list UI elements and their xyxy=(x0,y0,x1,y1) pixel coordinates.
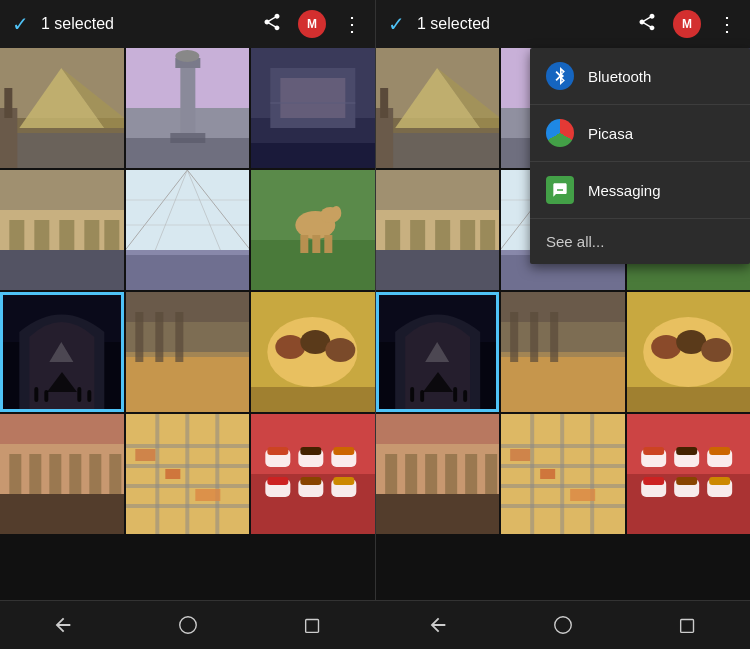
recents-button-left[interactable] xyxy=(283,605,343,645)
svg-rect-194 xyxy=(643,447,664,455)
selected-count-right: 1 selected xyxy=(417,15,629,33)
bluetooth-icon xyxy=(546,62,574,90)
svg-rect-72 xyxy=(69,454,81,494)
home-button-left[interactable] xyxy=(158,605,218,645)
picasa-menu-item[interactable]: Picasa xyxy=(530,105,750,161)
see-all-item[interactable]: See all... xyxy=(530,219,750,264)
share-icon-right[interactable] xyxy=(637,12,657,37)
share-icon-left[interactable] xyxy=(262,12,282,37)
top-bar-left: ✓ 1 selected M ⋮ xyxy=(0,0,375,48)
svg-rect-92 xyxy=(301,447,322,455)
svg-rect-198 xyxy=(709,447,730,455)
photo-cell[interactable] xyxy=(251,170,375,290)
svg-rect-178 xyxy=(485,454,497,494)
svg-rect-200 xyxy=(643,477,664,485)
svg-rect-58 xyxy=(155,312,163,362)
svg-rect-19 xyxy=(251,143,375,168)
svg-rect-179 xyxy=(376,494,499,534)
svg-rect-75 xyxy=(0,494,124,534)
photo-cell[interactable] xyxy=(501,414,624,534)
more-icon-right[interactable]: ⋮ xyxy=(717,12,738,36)
photo-cell[interactable] xyxy=(376,170,499,290)
svg-rect-132 xyxy=(376,250,499,290)
photo-cell[interactable] xyxy=(251,414,375,534)
svg-point-168 xyxy=(701,338,731,362)
svg-rect-153 xyxy=(410,387,414,402)
photo-cell[interactable] xyxy=(376,414,499,534)
svg-rect-4 xyxy=(0,133,124,168)
svg-point-11 xyxy=(175,50,199,62)
svg-rect-26 xyxy=(84,220,99,250)
back-button-left[interactable] xyxy=(33,605,93,645)
recents-button-right[interactable] xyxy=(658,605,718,645)
svg-rect-13 xyxy=(126,138,250,168)
messaging-label: Messaging xyxy=(588,182,661,199)
photo-cell[interactable] xyxy=(126,414,250,534)
photo-cell-selected[interactable] xyxy=(376,292,499,412)
svg-rect-163 xyxy=(550,312,558,362)
gmail-icon-right[interactable]: M xyxy=(673,10,701,38)
svg-rect-127 xyxy=(385,220,400,250)
svg-rect-94 xyxy=(334,447,355,455)
messaging-menu-item[interactable]: Messaging xyxy=(530,162,750,218)
svg-rect-204 xyxy=(709,477,730,485)
svg-rect-43 xyxy=(313,235,321,253)
photo-cell[interactable] xyxy=(126,48,250,168)
back-button-right[interactable] xyxy=(408,605,468,645)
svg-point-62 xyxy=(276,335,306,359)
svg-rect-175 xyxy=(425,454,437,494)
svg-rect-169 xyxy=(627,387,750,412)
photo-cell-selected[interactable] xyxy=(0,292,124,412)
photo-cell[interactable] xyxy=(126,292,250,412)
bluetooth-label: Bluetooth xyxy=(588,68,651,85)
svg-rect-155 xyxy=(453,387,457,402)
svg-rect-162 xyxy=(530,312,538,362)
gmail-icon-left[interactable]: M xyxy=(298,10,326,38)
photo-cell[interactable] xyxy=(0,170,124,290)
svg-point-103 xyxy=(561,189,563,191)
svg-rect-130 xyxy=(460,220,475,250)
photo-cell[interactable] xyxy=(0,414,124,534)
svg-rect-86 xyxy=(195,489,220,501)
svg-rect-9 xyxy=(180,58,195,138)
svg-point-101 xyxy=(557,189,559,191)
top-bar-icons-right: M ⋮ xyxy=(637,10,738,38)
svg-rect-98 xyxy=(301,477,322,485)
photo-cell[interactable] xyxy=(501,292,624,412)
photo-cell[interactable] xyxy=(126,170,250,290)
photo-cell[interactable] xyxy=(376,48,499,168)
svg-rect-74 xyxy=(109,454,121,494)
selected-count-left: 1 selected xyxy=(41,15,254,33)
svg-rect-56 xyxy=(126,322,250,357)
more-icon-left[interactable]: ⋮ xyxy=(342,12,363,36)
home-button-right[interactable] xyxy=(533,605,593,645)
picasa-icon xyxy=(546,119,574,147)
svg-rect-100 xyxy=(334,477,355,485)
svg-rect-176 xyxy=(445,454,457,494)
photo-cell[interactable] xyxy=(627,292,750,412)
svg-rect-188 xyxy=(510,449,530,461)
photo-cell[interactable] xyxy=(251,292,375,412)
svg-rect-208 xyxy=(680,620,693,633)
top-bar-right: ✓ 1 selected M ⋮ xyxy=(376,0,750,48)
picasa-label: Picasa xyxy=(588,125,633,142)
svg-rect-82 xyxy=(185,414,189,534)
bluetooth-menu-item[interactable]: Bluetooth xyxy=(530,48,750,104)
svg-point-102 xyxy=(559,189,561,191)
photo-cell[interactable] xyxy=(0,48,124,168)
svg-rect-49 xyxy=(34,387,38,402)
photo-cell[interactable] xyxy=(627,414,750,534)
svg-rect-189 xyxy=(540,469,555,479)
svg-rect-69 xyxy=(9,454,21,494)
svg-rect-23 xyxy=(9,220,24,250)
svg-rect-65 xyxy=(251,387,375,412)
svg-rect-110 xyxy=(380,88,388,118)
svg-rect-57 xyxy=(135,312,143,362)
svg-rect-190 xyxy=(570,489,595,501)
svg-rect-161 xyxy=(510,312,518,362)
svg-rect-6 xyxy=(4,88,12,118)
svg-rect-50 xyxy=(44,390,48,402)
svg-point-64 xyxy=(326,338,356,362)
svg-rect-206 xyxy=(305,620,318,633)
photo-cell[interactable] xyxy=(251,48,375,168)
